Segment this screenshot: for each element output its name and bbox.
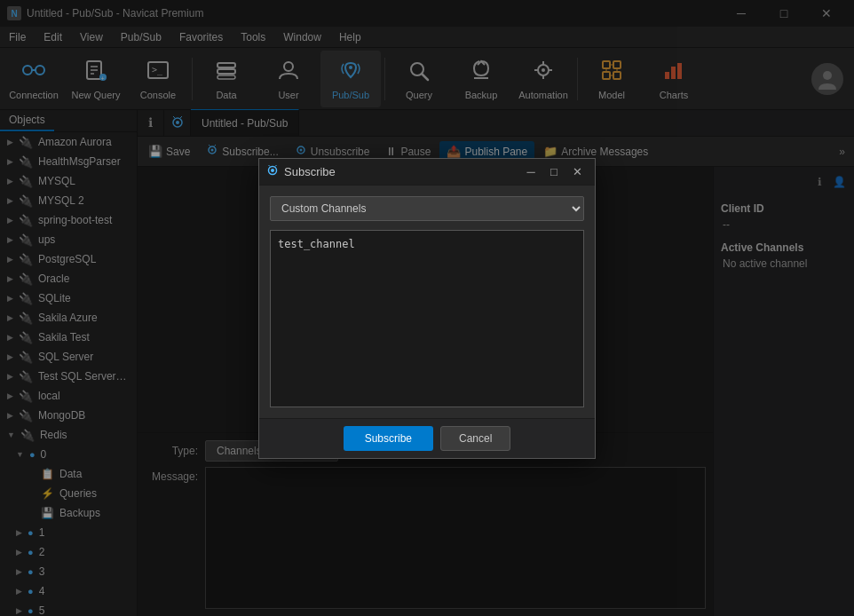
dialog-cancel-btn[interactable]: Cancel (440, 426, 510, 451)
dialog-pubsub-icon (266, 164, 279, 179)
channel-type-select[interactable]: Custom Channels Pattern (270, 196, 584, 221)
svg-line-50 (269, 165, 271, 167)
dialog-maximize-btn[interactable]: □ (543, 161, 565, 182)
subscribe-dialog: Subscribe ─ □ ✕ Custom Channels Pattern … (258, 158, 596, 459)
dialog-footer: Subscribe Cancel (259, 418, 595, 458)
dialog-minimize-btn[interactable]: ─ (520, 161, 542, 182)
dialog-title-text: Subscribe (284, 165, 336, 178)
dialog-subscribe-btn[interactable]: Subscribe (344, 426, 433, 451)
dialog-titlebar: Subscribe ─ □ ✕ (259, 159, 595, 186)
dialog-body: Custom Channels Pattern test_channel (259, 186, 595, 418)
svg-line-51 (275, 165, 277, 167)
dialog-overlay: Subscribe ─ □ ✕ Custom Channels Pattern … (0, 0, 854, 616)
channel-input[interactable]: test_channel (270, 230, 584, 407)
dialog-close-btn[interactable]: ✕ (566, 161, 588, 182)
svg-point-49 (271, 169, 274, 172)
